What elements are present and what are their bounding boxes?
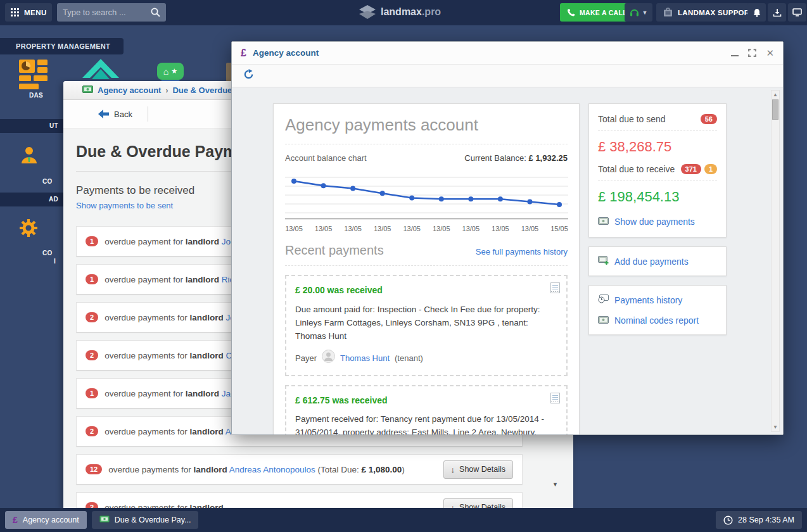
agency-payments-panel: Agency payments account Account balance … (273, 103, 580, 434)
desktop-label-fragment: CO (42, 250, 53, 256)
close-button[interactable]: ✕ (766, 48, 774, 59)
x-axis-tick-label: 13/05 (433, 225, 450, 232)
taskbar-item-agency-account[interactable]: £ Agency account (5, 511, 87, 529)
landlord-label: landlord (189, 313, 223, 322)
payments-history-link[interactable]: Payments history (598, 293, 717, 307)
payment-amount: £ 20.00 was received (295, 284, 557, 298)
breadcrumb-agency-account[interactable]: Agency account (98, 86, 161, 95)
payment-note-icon[interactable] (550, 393, 560, 408)
recent-payments-header: Recent payments See full payments histor… (285, 243, 568, 266)
overdue-count-badge: 12 (86, 464, 102, 474)
settings-gear-icon[interactable] (20, 219, 37, 239)
x-axis-tick-label: 15/05 (550, 225, 568, 232)
overdue-count-badge: 1 (86, 388, 98, 398)
total-due-receive-label: Total due to receive (598, 164, 675, 174)
show-payments-to-be-sent-link[interactable]: Show payments to be sent (76, 201, 173, 210)
nominal-codes-report-link[interactable]: Nominal codes report (598, 307, 717, 327)
back-button[interactable]: Back (98, 110, 132, 119)
payment-description: Payment received for: Tenancy rent payme… (295, 413, 557, 434)
partially-hidden-desktop-icon (226, 63, 231, 82)
x-axis-tick-label: 13/05 (285, 225, 303, 232)
taskbar-item-due-overdue[interactable]: Due & Overdue Pay... (92, 511, 199, 529)
due-receive-warning-badge: 1 (704, 164, 717, 174)
scrollbar-up-arrow[interactable]: ▲ (772, 92, 779, 98)
chart-x-axis-labels: 13/0513/0513/0513/0513/0513/0513/0513/05… (285, 225, 568, 235)
payer-name-link[interactable]: Thomas Hunt (340, 352, 390, 365)
back-arrow-icon (98, 110, 110, 118)
reports-card: Payments history Nominal codes report (588, 285, 727, 335)
minimize-button[interactable] (731, 55, 739, 56)
show-due-payments-link[interactable]: Show due payments (598, 212, 717, 229)
desktop-label-fragment: UT (49, 122, 58, 129)
total-due-receive-row: Total due to receive 371 1 (598, 162, 717, 181)
breadcrumb-separator: › (165, 86, 168, 95)
search-input[interactable] (63, 8, 145, 17)
top-bar: MENU landmax.pro MAKE A CALL ▼ LAN (0, 0, 807, 25)
headset-button[interactable]: ▼ (625, 3, 652, 22)
menu-button[interactable]: MENU (5, 3, 52, 22)
landlord-label: landlord (186, 389, 219, 398)
landlord-name-link[interactable]: Andreas Antonopoulos (229, 465, 315, 474)
download-button[interactable] (768, 3, 786, 22)
desktop-chevron-icon[interactable] (82, 59, 119, 83)
banknote-plus-icon (598, 256, 609, 267)
x-axis-tick-label: 13/05 (344, 225, 362, 232)
taskbar-clock[interactable]: 28 Sep 4:35 AM (716, 511, 802, 529)
logo-name: landmax (381, 6, 422, 17)
overdue-payment-row: 12overdue payments for landlord Andreas … (76, 454, 523, 484)
property-star-icon[interactable]: ⌂★ (157, 63, 184, 80)
modal-sidebar: Total due to send 56 £ 38,268.75 Total d… (588, 103, 727, 335)
pound-icon: £ (13, 515, 18, 525)
show-due-payments-label: Show due payments (614, 217, 695, 227)
landlord-label: landlord (189, 427, 223, 436)
window-titlebar[interactable]: £ Agency account ✕ (232, 42, 783, 65)
overdue-row-text: overdue payment for landlord Joe Bl (105, 237, 245, 246)
notifications-bell-button[interactable] (747, 3, 766, 22)
taskbar-clock-label: 28 Sep 4:35 AM (738, 516, 794, 524)
full-history-link[interactable]: See full payments history (476, 247, 568, 256)
star-glyph: ★ (171, 67, 177, 75)
desktop-label-fragment: CO (42, 178, 53, 185)
display-button[interactable] (788, 3, 806, 22)
current-balance: Current Balance: £ 1,932.25 (464, 153, 568, 163)
balance-line-chart (285, 172, 568, 220)
toolbar-divider (148, 106, 148, 122)
landmax-support-button[interactable]: LANDMAX SUPPORT (656, 3, 761, 22)
desktop-label-fragment: DAS (29, 92, 43, 99)
overdue-row-text: overdue payments for landlord Ali Kh (105, 427, 248, 436)
agency-account-window: £ Agency account ✕ A (231, 41, 784, 435)
payer-row: Payer Thomas Hunt (tenant) (295, 350, 557, 367)
x-axis-tick-label: 13/05 (403, 225, 421, 232)
refresh-icon[interactable] (243, 69, 254, 82)
banknote-icon (598, 217, 609, 227)
payer-role: (tenant) (395, 352, 423, 365)
landlord-label: landlord (194, 465, 227, 474)
maximize-button[interactable] (748, 49, 756, 57)
taskbar-item-label: Due & Overdue Pay... (115, 516, 191, 524)
dashboard-icon[interactable] (19, 60, 48, 92)
global-search[interactable] (57, 3, 166, 22)
chart-header-row: Account balance chart Current Balance: £… (285, 153, 568, 163)
add-due-payments-link[interactable]: Add due payments (598, 255, 717, 268)
scrollbar-down-arrow[interactable]: ▼ (772, 424, 779, 430)
overdue-count-badge: 2 (86, 350, 98, 360)
scroll-down-hint-icon[interactable]: ▼ (552, 481, 558, 488)
add-due-card: Add due payments (588, 246, 727, 276)
down-arrow-icon: ↓ (451, 465, 455, 474)
payment-note-icon[interactable] (550, 282, 560, 298)
current-balance-label: Current Balance: (464, 153, 526, 163)
make-a-call-button[interactable]: MAKE A CALL (560, 3, 634, 22)
make-a-call-label: MAKE A CALL (580, 9, 627, 16)
search-icon[interactable] (151, 8, 160, 17)
x-axis-tick-label: 13/05 (521, 225, 539, 232)
window-body: Agency payments account Account balance … (232, 87, 783, 434)
show-details-button[interactable]: ↓Show Details (443, 460, 513, 479)
headset-icon (630, 8, 639, 16)
sidebar-section-property-management[interactable]: PROPERTY MANAGEMENT (0, 38, 124, 54)
total-due-send-label: Total due to send (598, 114, 666, 124)
overdue-row-text: overdue payments for landlord Comp (105, 351, 248, 360)
banknote-icon (82, 86, 93, 95)
modal-scrollbar[interactable]: ▲ ▼ (771, 90, 780, 432)
contacts-person-icon[interactable] (20, 146, 39, 167)
scrollbar-thumb[interactable] (772, 99, 778, 120)
